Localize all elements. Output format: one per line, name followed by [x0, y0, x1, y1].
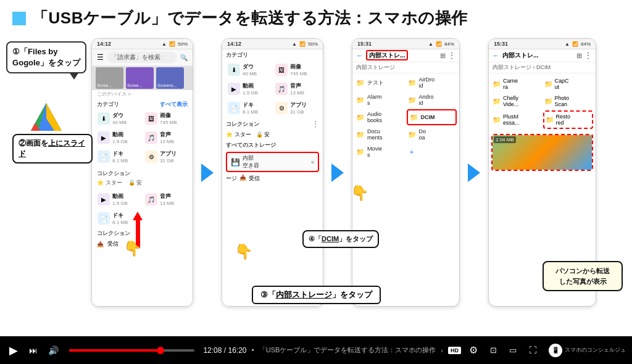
folder-chelly[interactable]: 📁ChellyVide... [491, 93, 542, 109]
folder-icon: 📁 [410, 114, 418, 122]
cat-app: ⚙ アプリ31 GB [143, 148, 189, 165]
folder-icon: 📁 [544, 97, 553, 105]
storage-row-icon: 💾 [231, 158, 240, 167]
phone-4-image-preview: 2.04 MB [491, 134, 593, 171]
cat-video-icon: ▶ [98, 131, 110, 144]
phone-4-header: ← 内部ストレ... ⊞ ⋮ [489, 49, 596, 62]
settings-button[interactable]: ⚙ [466, 344, 481, 356]
breadcrumb-root: 内部ストレージ [493, 64, 531, 70]
folder-restored[interactable]: 📁Restored [543, 110, 594, 129]
fullscreen-button[interactable]: ⛶ [525, 345, 540, 355]
folder-icon: 📁 [493, 97, 501, 105]
progress-fill [69, 349, 160, 352]
folder-icon: 📁 [544, 80, 553, 88]
phone-3-breadcrumb: 内部ストレージ [352, 62, 459, 73]
folder-icon: 📁 [356, 131, 365, 139]
collections-label-1: コレクション [92, 168, 193, 179]
phone-3-folder-list: 📁テスト 📁AirDroid 📁Alarms 📁Android [352, 73, 459, 162]
play-button[interactable]: ▶ [6, 344, 21, 357]
p2-cat-audio-icon: 🎵 [275, 83, 288, 95]
arrow-2 [328, 38, 347, 307]
folder-photoscan[interactable]: 📁PhotoScan [543, 93, 594, 109]
folder-movies[interactable]: 📁Movies [355, 144, 405, 160]
phone-3-battery: ▲📶84% [428, 41, 454, 47]
folder-download[interactable]: 📁Dooa [407, 126, 457, 143]
skip-next-button[interactable]: ⏭ [26, 345, 41, 355]
folder-android[interactable]: 📁Android [407, 92, 457, 108]
folder-empty: ＋ [407, 144, 457, 160]
phone-3-header: ← 内部ストレ... ⊞ ⋮ [352, 49, 459, 62]
subtitle-text: ③「内部ストレージ」をタップ [252, 286, 381, 304]
internal-storage-text: 内部空き容 [243, 155, 259, 169]
folder-audiobooks[interactable]: 📁Audiobooks [355, 109, 405, 125]
folder-icon: 📁 [356, 148, 365, 156]
arrow-3 [465, 38, 483, 307]
phone-1-header: ☰ 「請求書」を検索 🔍 [92, 49, 193, 66]
back-arrow-4[interactable]: ← [493, 51, 500, 60]
folder-icon: 📁 [493, 80, 501, 88]
p2-cat-vid: ▶ 動画1.9 GB [226, 80, 272, 97]
view-toggle-4[interactable]: ⊞ [576, 52, 582, 60]
channel-name: スマホのコンシェルジュ [565, 346, 626, 354]
folder-documents[interactable]: 📁Documents [355, 126, 405, 143]
p2-collection-items: ⭐ スター 🔒 安 [222, 130, 323, 140]
hand-cursor-2: 👇 [235, 243, 253, 260]
folder-plusmessa[interactable]: 📁PlusMessa... [491, 110, 542, 129]
up-arrow-head [133, 212, 143, 220]
miniplayer-button[interactable]: ⊡ [486, 345, 501, 355]
cat-video: ▶ 動画1.9 GB [96, 129, 141, 146]
progress-bar[interactable] [69, 349, 194, 352]
folder-alarms[interactable]: 📁Alarms [355, 92, 405, 108]
cat-app-icon: ⚙ [145, 151, 157, 163]
folder-dcim[interactable]: 📁DCIM [407, 109, 457, 125]
p2-bottom-row: ージ 📥 受信 [222, 173, 323, 184]
arrow-right-1 [201, 163, 214, 182]
phone-1-status: 14:12 ▲📶50% [92, 39, 193, 49]
view-toggle-3[interactable]: ⊞ [440, 52, 446, 60]
more-menu-4[interactable]: ⋮ [584, 51, 592, 60]
add-icon[interactable]: ＋ [408, 147, 415, 157]
volume-button[interactable]: 🔊 [46, 345, 60, 355]
folder-test[interactable]: 📁テスト [355, 75, 405, 91]
folder-airdroid[interactable]: 📁AirDroid [407, 75, 457, 91]
show-all-btn[interactable]: すべて表示 [160, 101, 188, 109]
folder-row-5: 📁Movies ＋ [355, 144, 457, 160]
subtitle-area: ③「内部ストレージ」をタップ [0, 286, 632, 304]
bar-title: 「USBケーブル」でデータを転送する方法：スマホの操作 [259, 345, 436, 355]
received-icon: 📥 [97, 241, 104, 247]
p2-collections-label: コレクション [226, 120, 259, 128]
back-arrow-3[interactable]: ← [356, 51, 364, 60]
internal-storage-row[interactable]: 💾 内部空き容 ≡ [226, 152, 319, 172]
folder-capcut[interactable]: 📁CapCut [543, 76, 594, 92]
phone-2-category-grid: ⬇ ダウ40 MB 🖼 画像745 MB ▶ 動画1.9 GB 🎵 [222, 61, 323, 118]
phone-2-battery: ▲📶50% [292, 41, 318, 47]
phone-2-category-label: カテゴリ [222, 49, 323, 61]
coll-lock: 🔒 安 [128, 179, 143, 187]
cat-audio-2-icon: 🎵 [145, 193, 157, 205]
folder-row-1: 📁テスト 📁AirDroid [355, 75, 457, 91]
folder-icon: 📁 [493, 116, 501, 124]
time-total: 16:20 [228, 346, 246, 355]
folder-icon: 📁 [408, 96, 417, 104]
p2-cat-vid-icon: ▶ [228, 83, 240, 95]
coll-star: ⭐ スター [97, 179, 122, 187]
phone-4-breadcrumb: 内部ストレージ › DCIM [489, 62, 596, 73]
p2-storage-label: すべてのストレージ [222, 140, 323, 151]
phone-1-search[interactable]: 「請求書」を検索 [107, 52, 177, 63]
phone-4-time: 15:31 [494, 41, 508, 47]
cat-audio-icon: 🎵 [145, 131, 157, 144]
callout-2: ②画面を上にスライド [12, 134, 93, 163]
time-display: 12:08 / 16:20 [203, 346, 246, 355]
p2-collections-header: コレクション ⋮ [222, 118, 323, 130]
category-label-1: カテゴリ すべて表示 [92, 98, 193, 110]
phone-2-content: カテゴリ ⬇ ダウ40 MB 🖼 画像745 MB ▶ 動画1.9 GB [222, 49, 323, 306]
p2-cat-audio: 🎵 音声13 MB [273, 80, 319, 97]
cat-download-icon: ⬇ [98, 112, 110, 125]
more-menu-3[interactable]: ⋮ [448, 51, 455, 60]
folder-camera[interactable]: 📁Camera [491, 76, 542, 92]
channel-icon: 📱 [549, 344, 562, 357]
progress-thumb [157, 347, 164, 354]
p2-cat-doc-icon: 📄 [228, 102, 240, 114]
search-icon[interactable]: 🔍 [180, 54, 188, 61]
theater-button[interactable]: ▭ [505, 345, 520, 355]
